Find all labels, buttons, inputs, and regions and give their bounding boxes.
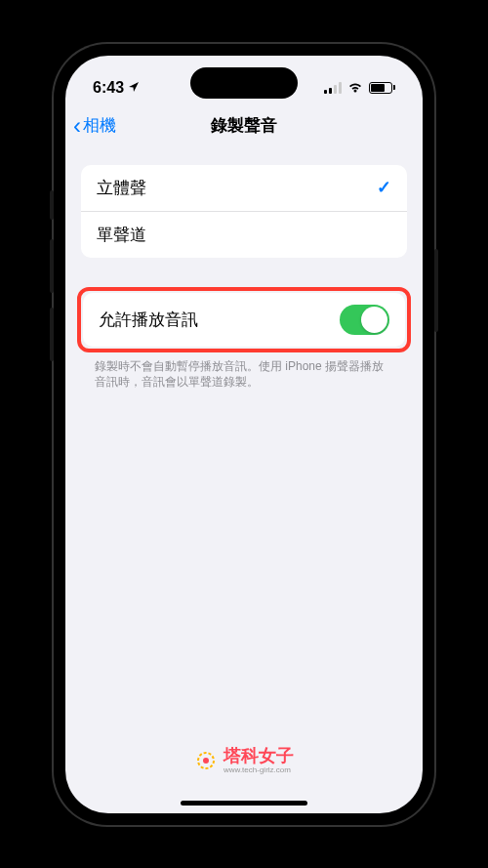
svg-point-1 bbox=[203, 758, 209, 764]
allow-playback-row[interactable]: 允許播放音訊 bbox=[83, 293, 405, 347]
side-button bbox=[50, 190, 54, 220]
status-time: 6:43 bbox=[93, 79, 124, 97]
option-stereo[interactable]: 立體聲 ✓ bbox=[81, 165, 407, 211]
volume-up-button bbox=[50, 239, 54, 293]
watermark-text: 塔科女子 www.tech-girlz.com bbox=[224, 747, 294, 774]
navigation-bar: ‹ 相機 錄製聲音 bbox=[65, 104, 423, 147]
back-button[interactable]: ‹ 相機 bbox=[73, 112, 116, 140]
dynamic-island bbox=[190, 67, 298, 99]
option-label: 單聲道 bbox=[97, 224, 146, 246]
allow-playback-label: 允許播放音訊 bbox=[99, 309, 198, 331]
watermark: 塔科女子 www.tech-girlz.com bbox=[194, 747, 294, 774]
sound-options-list: 立體聲 ✓ 單聲道 bbox=[81, 165, 407, 258]
volume-down-button bbox=[50, 308, 54, 361]
content-area: 立體聲 ✓ 單聲道 允許播放音訊 錄製 bbox=[65, 147, 423, 392]
allow-playback-group: 允許播放音訊 bbox=[83, 293, 405, 347]
allow-playback-toggle[interactable] bbox=[340, 305, 389, 335]
checkmark-icon: ✓ bbox=[377, 177, 391, 198]
page-title: 錄製聲音 bbox=[211, 114, 277, 137]
option-label: 立體聲 bbox=[97, 177, 146, 199]
phone-frame: 6:43 ‹ 相機 bbox=[54, 44, 434, 825]
phone-screen: 6:43 ‹ 相機 bbox=[65, 56, 423, 813]
location-icon bbox=[128, 79, 140, 97]
wifi-icon bbox=[347, 82, 363, 94]
highlight-annotation: 允許播放音訊 bbox=[77, 287, 411, 352]
status-right bbox=[324, 82, 395, 94]
status-left: 6:43 bbox=[93, 79, 140, 97]
battery-icon bbox=[369, 82, 395, 94]
home-indicator[interactable] bbox=[181, 801, 307, 806]
chevron-left-icon: ‹ bbox=[73, 112, 81, 140]
back-label: 相機 bbox=[83, 114, 116, 137]
watermark-logo-icon bbox=[194, 749, 218, 772]
watermark-url: www.tech-girlz.com bbox=[224, 766, 294, 774]
power-button bbox=[434, 249, 438, 332]
toggle-knob bbox=[361, 307, 387, 333]
watermark-title: 塔科女子 bbox=[224, 747, 294, 765]
option-mono[interactable]: 單聲道 bbox=[81, 211, 407, 258]
footer-note: 錄製時不會自動暫停播放音訊。使用 iPhone 揚聲器播放音訊時，音訊會以單聲道… bbox=[65, 352, 423, 392]
cellular-signal-icon bbox=[324, 82, 342, 94]
